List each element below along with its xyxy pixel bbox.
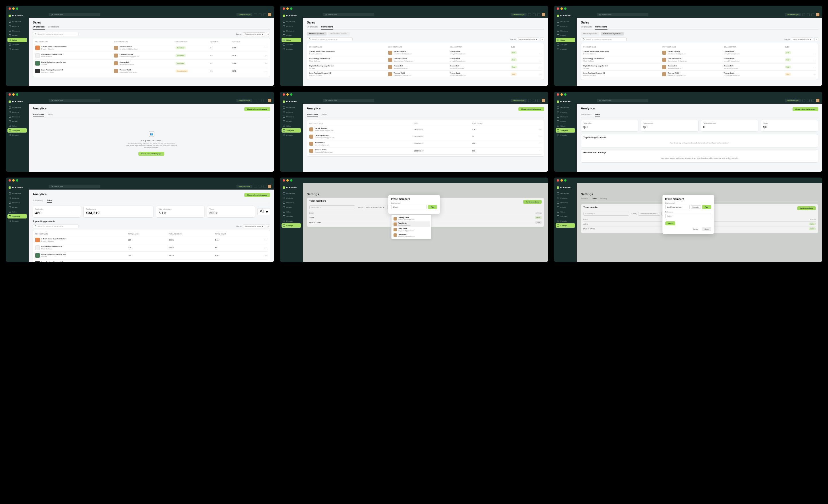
filter-icon[interactable]: ⚙ <box>266 32 270 36</box>
table-row[interactable]: Digital Colouring page for kidsSoftwareJ… <box>35 59 267 67</box>
switch-to-buyer-button[interactable]: Switch to buyer <box>237 99 252 102</box>
sidebar-item-settings[interactable]: Settings <box>282 223 301 228</box>
table-row[interactable]: ChordieApp for Mac OS XMusic • SoftwareC… <box>35 52 267 59</box>
search-input[interactable]: Search by product or owner name <box>307 37 353 41</box>
subtab-collaborated[interactable]: Collaborated products <box>601 32 624 36</box>
more-icon[interactable]: ⋯ <box>533 51 542 54</box>
subtab-affiliated[interactable]: Affiliated products <box>581 32 599 36</box>
more-icon[interactable]: ⋯ <box>807 66 816 69</box>
switch-to-buyer-button[interactable]: Switch to buyer <box>237 185 252 188</box>
global-search[interactable]: Search here <box>323 99 374 102</box>
avatar[interactable] <box>816 13 819 16</box>
avatar[interactable] <box>268 99 271 102</box>
table-row[interactable]: Catherine BrownCatherinebrown99@gmail.co… <box>309 133 542 140</box>
sidebar-item-analytics[interactable]: Analytics <box>282 214 301 218</box>
done-button[interactable]: Done <box>702 227 711 231</box>
filter-icon[interactable]: ⚙ <box>266 224 270 228</box>
sidebar-item-dashboard[interactable]: Dashboard <box>282 19 301 24</box>
logo[interactable]: FLEXSELL <box>282 185 301 191</box>
logo[interactable]: FLEXSELL <box>282 100 301 105</box>
table-row[interactable]: Logo Package Express 3.0Illustrations • … <box>309 71 542 78</box>
global-search[interactable]: Search here <box>49 185 100 188</box>
table-row[interactable]: A Truth Never Ever Told BeforeE-books • … <box>583 49 816 56</box>
sidebar-item-payouts[interactable]: Payouts <box>7 219 27 223</box>
more-icon[interactable]: ⋯ <box>259 54 267 57</box>
sidebar-item-products[interactable]: Products <box>555 196 575 200</box>
all-dropdown[interactable]: All ▾ <box>257 208 270 215</box>
avatar[interactable] <box>542 13 545 16</box>
reviews-link[interactable]: reviews <box>670 157 675 159</box>
tab-subscribers[interactable]: Subscribers <box>581 114 591 117</box>
sidebar-item-dashboard[interactable]: Dashboard <box>282 106 301 110</box>
table-row[interactable]: Darrell Stewarddarrellsteward12@gmail.co… <box>309 126 542 133</box>
table-row[interactable]: Digital Colouring page for kidsSoftware1… <box>35 252 267 259</box>
logo[interactable]: FLEXSELL <box>7 14 27 19</box>
more-icon[interactable]: ⋯ <box>807 73 816 76</box>
sidebar-item-dashboard[interactable]: Dashboard <box>7 191 27 196</box>
suggestion-item[interactable]: Tom Cooktom@example.com <box>392 221 430 227</box>
sidebar-item-analytics[interactable]: Analytics <box>7 128 27 133</box>
sidebar-item-discounts[interactable]: Discounts <box>7 201 27 205</box>
suggestion-item[interactable]: Tomeo987tomeo987@example.com <box>392 233 430 238</box>
grid-icon[interactable] <box>263 99 266 102</box>
switch-to-buyer-button[interactable]: Switch to buyer <box>237 13 252 16</box>
sidebar-item-payouts[interactable]: Payouts <box>555 47 575 51</box>
share-button[interactable]: Share subscription page <box>792 107 818 111</box>
sidebar-item-dashboard[interactable]: Dashboard <box>7 19 27 24</box>
grid-icon[interactable] <box>537 13 540 16</box>
cancel-button[interactable]: Cancel <box>691 227 701 231</box>
tab-subscribers[interactable]: Subscribers <box>33 114 44 117</box>
notification-icon[interactable] <box>259 99 261 102</box>
tab-connections[interactable]: Connections <box>595 26 607 30</box>
refresh-icon[interactable] <box>254 13 257 16</box>
global-search[interactable]: Search here <box>597 13 649 16</box>
avatar[interactable] <box>268 13 271 16</box>
refresh-icon[interactable] <box>254 185 257 188</box>
sidebar-item-discounts[interactable]: Discounts <box>282 201 301 205</box>
suggestion-item[interactable]: Tommy Scotttommy1234example.com <box>392 216 430 221</box>
table-row[interactable]: ChordieApp for Mac OS XMusic • Software … <box>583 56 816 64</box>
sidebar-item-sales[interactable]: Sales <box>7 210 27 214</box>
logo[interactable]: FLEXSELL <box>7 100 27 105</box>
sidebar-item-analytics[interactable]: Analytics <box>282 42 301 47</box>
search-input[interactable]: Search by product or owner name <box>33 224 79 228</box>
share-button[interactable]: Share subscription page <box>519 107 544 111</box>
tab-my-products[interactable]: My products <box>33 26 45 30</box>
role-field[interactable]: Admin <box>665 214 711 218</box>
refresh-icon[interactable] <box>528 99 531 102</box>
sidebar-item-dashboard[interactable]: Dashboard <box>282 191 301 196</box>
tab-sales[interactable]: Sales <box>47 199 52 203</box>
sidebar-item-analytics[interactable]: Analytics <box>7 214 27 218</box>
more-icon[interactable]: ⋯ <box>807 59 816 61</box>
grid-icon[interactable] <box>537 99 540 102</box>
tab-sales[interactable]: Sales <box>322 114 327 117</box>
subtab-affiliated[interactable]: Affiliated products <box>307 32 327 36</box>
tab-connections[interactable]: Connections <box>321 26 333 30</box>
sidebar-item-dashboard[interactable]: Dashboard <box>555 106 575 110</box>
email-field[interactable]: @tom <box>391 205 427 209</box>
tab-team[interactable]: Team <box>591 198 596 201</box>
more-icon[interactable]: ⋯ <box>533 59 542 61</box>
sidebar-item-payouts[interactable]: Payouts <box>555 219 575 223</box>
more-icon[interactable]: ⋯ <box>259 47 267 49</box>
sidebar-item-sales[interactable]: Sales <box>555 38 575 42</box>
search-input[interactable]: Search by product or owner name <box>33 32 79 36</box>
more-icon[interactable]: ⋯ <box>530 150 542 152</box>
tab-security[interactable]: Security <box>600 198 607 201</box>
grid-icon[interactable] <box>263 13 266 16</box>
sidebar-item-emails[interactable]: Emails <box>7 119 27 123</box>
share-button[interactable]: Share subscription page <box>244 107 270 111</box>
sidebar-item-emails[interactable]: Emails <box>282 119 301 123</box>
sidebar-item-analytics[interactable]: Analytics <box>555 42 575 47</box>
sidebar-item-products[interactable]: Products <box>555 110 575 114</box>
subtab-collaborated[interactable]: Collaborated products <box>328 32 350 36</box>
tab-my-products[interactable]: My products <box>581 26 592 30</box>
notification-icon[interactable] <box>259 13 261 16</box>
switch-to-buyer-button[interactable]: Switch to buyer <box>511 99 527 102</box>
sidebar-item-discounts[interactable]: Discounts <box>555 115 575 119</box>
sidebar-item-sales[interactable]: Sales <box>282 124 301 128</box>
refresh-icon[interactable] <box>528 13 531 16</box>
more-icon[interactable]: ⋯ <box>533 73 542 76</box>
more-icon[interactable]: ⋯ <box>530 128 542 131</box>
refresh-icon[interactable] <box>254 99 257 102</box>
